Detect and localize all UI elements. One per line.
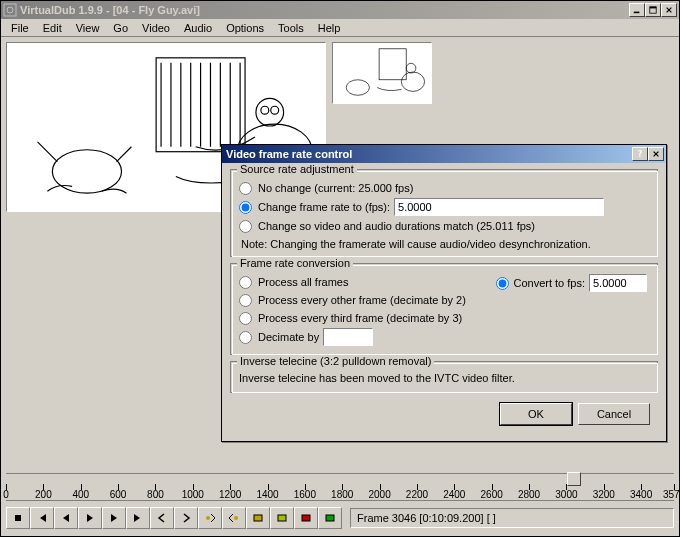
ruler-label: 1800 (331, 489, 353, 500)
minimize-button[interactable] (629, 3, 645, 17)
input-decimate-by[interactable] (323, 328, 373, 346)
telecine-text: Inverse telecine has been moved to the I… (239, 370, 649, 386)
radio-change-match[interactable] (239, 220, 252, 233)
mark-out-button[interactable] (318, 507, 342, 529)
svg-rect-4 (650, 7, 656, 9)
close-button[interactable] (661, 3, 677, 17)
app-icon (3, 3, 17, 17)
framerate-dialog: Video frame rate control ? Source rate a… (221, 144, 667, 442)
goto-end-button[interactable] (126, 507, 150, 529)
dialog-close-button[interactable] (648, 147, 664, 161)
mark-in-button[interactable] (294, 507, 318, 529)
ruler-label: 200 (35, 489, 52, 500)
next-range-button[interactable] (174, 507, 198, 529)
ruler-label: 2800 (518, 489, 540, 500)
source-rate-group: Source rate adjustment No change (curren… (230, 169, 658, 257)
label-decimate-by: Decimate by (258, 331, 319, 343)
conversion-legend: Frame rate conversion (237, 257, 353, 269)
ruler-label: 2400 (443, 489, 465, 500)
radio-decimate-by[interactable] (239, 331, 252, 344)
frame-status: Frame 3046 [0:10:09.200] [ ] (350, 508, 674, 528)
ruler-label: 3000 (555, 489, 577, 500)
timeline[interactable]: 0200400600800100012001400160018002000220… (6, 473, 674, 501)
menu-options[interactable]: Options (220, 21, 270, 35)
input-change-to-fps[interactable] (394, 198, 604, 216)
ruler-label: 2200 (406, 489, 428, 500)
content-area: Video frame rate control ? Source rate a… (2, 38, 678, 535)
menu-view[interactable]: View (70, 21, 106, 35)
menu-edit[interactable]: Edit (37, 21, 68, 35)
label-process-all: Process all frames (258, 276, 348, 288)
label-every-third: Process every third frame (decimate by 3… (258, 312, 462, 324)
output-video-panel (332, 42, 432, 104)
menubar: File Edit View Go Video Audio Options To… (1, 19, 679, 37)
step-back-button[interactable] (54, 507, 78, 529)
svg-point-1 (7, 7, 13, 13)
timeline-ruler[interactable]: 0200400600800100012001400160018002000220… (6, 473, 674, 501)
label-change-match: Change so video and audio durations matc… (258, 220, 535, 232)
dialog-help-button[interactable]: ? (632, 147, 648, 161)
svg-rect-18 (15, 515, 21, 521)
maximize-button[interactable] (645, 3, 661, 17)
goto-start-button[interactable] (30, 507, 54, 529)
ruler-label: 1600 (294, 489, 316, 500)
transport-toolbar: Frame 3046 [0:10:09.200] [ ] (6, 505, 674, 531)
radio-process-all[interactable] (239, 276, 252, 289)
ruler-label: 1200 (219, 489, 241, 500)
prev-range-button[interactable] (150, 507, 174, 529)
stop-button[interactable] (6, 507, 30, 529)
ruler-label: 3576 (663, 489, 680, 500)
label-convert-to-fps: Convert to fps: (513, 277, 585, 289)
video-frame-preview-small (333, 43, 431, 103)
conversion-group: Frame rate conversion Process all frames… (230, 263, 658, 355)
ruler-label: 800 (147, 489, 164, 500)
svg-rect-2 (634, 12, 640, 14)
key-prev-button[interactable] (198, 507, 222, 529)
radio-every-third[interactable] (239, 312, 252, 325)
ruler-label: 400 (72, 489, 89, 500)
play-button[interactable] (78, 507, 102, 529)
svg-point-19 (206, 516, 210, 520)
ok-button[interactable]: OK (500, 403, 572, 425)
label-no-change: No change (current: 25.000 fps) (258, 182, 413, 194)
menu-help[interactable]: Help (312, 21, 347, 35)
main-titlebar: VirtualDub 1.9.9 - [04 - Fly Guy.avi] (1, 1, 679, 19)
source-rate-legend: Source rate adjustment (237, 163, 357, 175)
timeline-position-marker[interactable] (567, 472, 581, 486)
svg-rect-23 (302, 515, 310, 521)
ruler-label: 3400 (630, 489, 652, 500)
dialog-title: Video frame rate control (224, 148, 632, 160)
radio-change-to[interactable] (239, 201, 252, 214)
dialog-titlebar: Video frame rate control ? (222, 145, 666, 163)
radio-every-other[interactable] (239, 294, 252, 307)
svg-rect-24 (326, 515, 334, 521)
ruler-label: 2000 (368, 489, 390, 500)
svg-rect-21 (254, 515, 262, 521)
ruler-label: 600 (110, 489, 127, 500)
radio-no-change[interactable] (239, 182, 252, 195)
cancel-button[interactable]: Cancel (578, 403, 650, 425)
input-convert-to-fps[interactable] (589, 274, 647, 292)
menu-video[interactable]: Video (136, 21, 176, 35)
main-window: VirtualDub 1.9.9 - [04 - Fly Guy.avi] Fi… (0, 0, 680, 537)
label-every-other: Process every other frame (decimate by 2… (258, 294, 466, 306)
main-title: VirtualDub 1.9.9 - [04 - Fly Guy.avi] (20, 4, 629, 16)
step-forward-button[interactable] (102, 507, 126, 529)
telecine-group: Inverse telecine (3:2 pulldown removal) … (230, 361, 658, 393)
scene-next-button[interactable] (270, 507, 294, 529)
menu-go[interactable]: Go (107, 21, 134, 35)
svg-rect-13 (334, 43, 431, 103)
ruler-label: 0 (3, 489, 9, 500)
ruler-label: 2600 (481, 489, 503, 500)
svg-rect-0 (4, 4, 16, 16)
radio-convert-to-fps[interactable] (496, 277, 509, 290)
svg-rect-22 (278, 515, 286, 521)
label-change-to: Change frame rate to (fps): (258, 201, 390, 213)
svg-point-20 (234, 516, 238, 520)
key-next-button[interactable] (222, 507, 246, 529)
menu-audio[interactable]: Audio (178, 21, 218, 35)
menu-file[interactable]: File (5, 21, 35, 35)
menu-tools[interactable]: Tools (272, 21, 310, 35)
ruler-label: 3200 (593, 489, 615, 500)
scene-prev-button[interactable] (246, 507, 270, 529)
